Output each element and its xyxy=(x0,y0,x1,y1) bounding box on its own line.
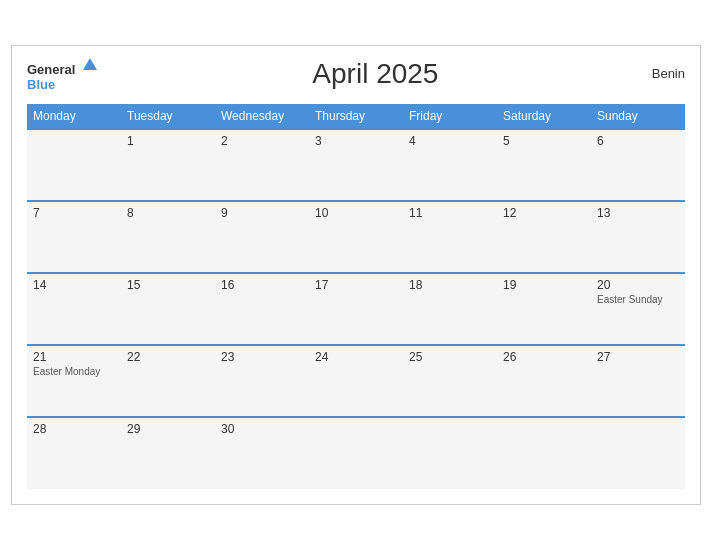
col-header-sunday: Sunday xyxy=(591,104,685,129)
week-row-1: 78910111213 xyxy=(27,201,685,273)
day-cell: 26 xyxy=(497,345,591,417)
day-number: 15 xyxy=(127,278,209,292)
day-number: 25 xyxy=(409,350,491,364)
week-row-0: 123456 xyxy=(27,129,685,201)
day-cell: 14 xyxy=(27,273,121,345)
day-cell: 10 xyxy=(309,201,403,273)
day-cell: 17 xyxy=(309,273,403,345)
day-cell xyxy=(309,417,403,489)
day-cell: 30 xyxy=(215,417,309,489)
col-header-tuesday: Tuesday xyxy=(121,104,215,129)
calendar-tbody: 1234567891011121314151617181920Easter Su… xyxy=(27,129,685,489)
week-row-3: 21Easter Monday222324252627 xyxy=(27,345,685,417)
col-header-friday: Friday xyxy=(403,104,497,129)
col-header-thursday: Thursday xyxy=(309,104,403,129)
day-cell: 11 xyxy=(403,201,497,273)
day-cell xyxy=(591,417,685,489)
day-number: 22 xyxy=(127,350,209,364)
holiday-label: Easter Monday xyxy=(33,366,115,377)
day-cell: 21Easter Monday xyxy=(27,345,121,417)
day-cell: 7 xyxy=(27,201,121,273)
week-row-2: 14151617181920Easter Sunday xyxy=(27,273,685,345)
week-row-4: 282930 xyxy=(27,417,685,489)
day-number: 20 xyxy=(597,278,679,292)
day-number: 28 xyxy=(33,422,115,436)
day-cell: 28 xyxy=(27,417,121,489)
day-cell: 18 xyxy=(403,273,497,345)
day-number: 29 xyxy=(127,422,209,436)
day-cell: 6 xyxy=(591,129,685,201)
day-cell: 16 xyxy=(215,273,309,345)
country-label: Benin xyxy=(652,66,685,81)
day-number: 11 xyxy=(409,206,491,220)
calendar-table: MondayTuesdayWednesdayThursdayFridaySatu… xyxy=(27,104,685,489)
day-cell: 15 xyxy=(121,273,215,345)
day-cell: 12 xyxy=(497,201,591,273)
day-number: 24 xyxy=(315,350,397,364)
logo-blue: Blue xyxy=(27,77,99,92)
day-number: 18 xyxy=(409,278,491,292)
logo-area: General Blue xyxy=(27,56,99,92)
day-number: 4 xyxy=(409,134,491,148)
day-cell: 1 xyxy=(121,129,215,201)
day-cell: 29 xyxy=(121,417,215,489)
header-row: MondayTuesdayWednesdayThursdayFridaySatu… xyxy=(27,104,685,129)
month-title: April 2025 xyxy=(312,58,438,90)
day-cell xyxy=(27,129,121,201)
day-cell: 25 xyxy=(403,345,497,417)
logo-icon xyxy=(81,56,99,74)
day-number: 1 xyxy=(127,134,209,148)
day-number: 17 xyxy=(315,278,397,292)
logo-text: General Blue xyxy=(27,56,99,92)
calendar-thead: MondayTuesdayWednesdayThursdayFridaySatu… xyxy=(27,104,685,129)
day-number: 13 xyxy=(597,206,679,220)
day-number: 6 xyxy=(597,134,679,148)
calendar-header: General Blue April 2025 Benin xyxy=(27,56,685,92)
day-cell: 2 xyxy=(215,129,309,201)
calendar-container: General Blue April 2025 Benin MondayTues… xyxy=(11,45,701,505)
col-header-wednesday: Wednesday xyxy=(215,104,309,129)
col-header-monday: Monday xyxy=(27,104,121,129)
day-number: 27 xyxy=(597,350,679,364)
day-cell: 22 xyxy=(121,345,215,417)
day-number: 5 xyxy=(503,134,585,148)
day-number: 21 xyxy=(33,350,115,364)
day-cell: 13 xyxy=(591,201,685,273)
day-number: 9 xyxy=(221,206,303,220)
day-cell: 3 xyxy=(309,129,403,201)
day-cell xyxy=(497,417,591,489)
day-cell: 9 xyxy=(215,201,309,273)
day-number: 26 xyxy=(503,350,585,364)
svg-marker-0 xyxy=(83,58,97,70)
day-cell: 5 xyxy=(497,129,591,201)
day-cell: 24 xyxy=(309,345,403,417)
day-number: 14 xyxy=(33,278,115,292)
day-number: 8 xyxy=(127,206,209,220)
day-number: 7 xyxy=(33,206,115,220)
col-header-saturday: Saturday xyxy=(497,104,591,129)
day-number: 2 xyxy=(221,134,303,148)
day-number: 19 xyxy=(503,278,585,292)
logo-general: General xyxy=(27,56,99,77)
holiday-label: Easter Sunday xyxy=(597,294,679,305)
day-cell: 4 xyxy=(403,129,497,201)
day-cell: 27 xyxy=(591,345,685,417)
day-number: 30 xyxy=(221,422,303,436)
day-cell: 19 xyxy=(497,273,591,345)
day-cell: 23 xyxy=(215,345,309,417)
day-number: 3 xyxy=(315,134,397,148)
day-number: 12 xyxy=(503,206,585,220)
day-cell: 8 xyxy=(121,201,215,273)
day-number: 16 xyxy=(221,278,303,292)
day-cell xyxy=(403,417,497,489)
day-number: 23 xyxy=(221,350,303,364)
day-number: 10 xyxy=(315,206,397,220)
day-cell: 20Easter Sunday xyxy=(591,273,685,345)
